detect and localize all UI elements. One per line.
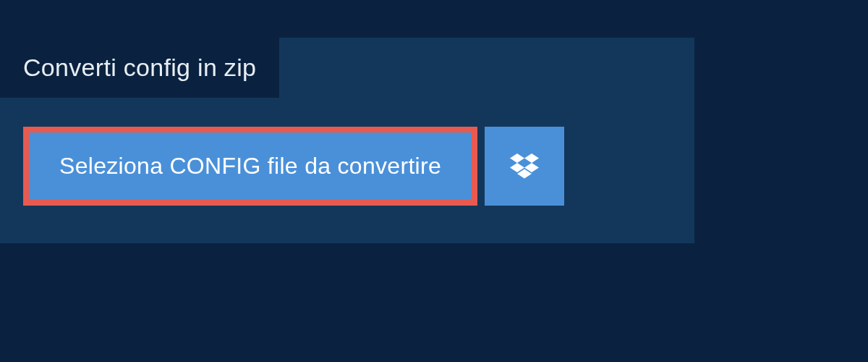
dropbox-button[interactable] (485, 127, 564, 206)
tab-title: Converti config in zip (23, 54, 256, 81)
select-file-label: Seleziona CONFIG file da convertire (59, 153, 441, 180)
dropbox-icon (510, 153, 539, 180)
file-select-row: Seleziona CONFIG file da convertire (23, 127, 694, 206)
converter-panel: Converti config in zip Seleziona CONFIG … (0, 38, 694, 243)
select-file-button[interactable]: Seleziona CONFIG file da convertire (23, 127, 477, 206)
tab-header[interactable]: Converti config in zip (0, 38, 279, 98)
